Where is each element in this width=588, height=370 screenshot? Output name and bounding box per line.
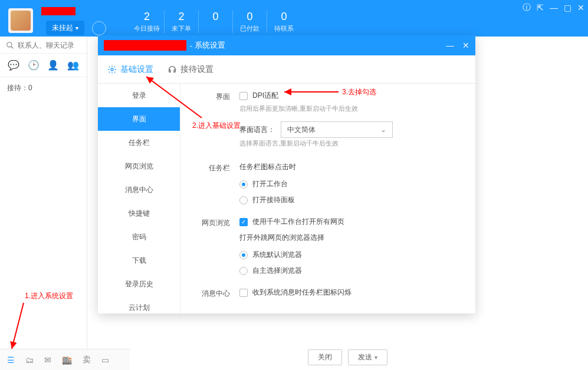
avatar[interactable] — [8, 8, 33, 33]
groups-icon[interactable]: 👥 — [67, 60, 79, 71]
stat-label: 今日接待 — [132, 24, 162, 33]
sidebar-item-login[interactable]: 登录 — [98, 84, 180, 107]
radio-custom-browser[interactable] — [239, 267, 248, 275]
send-button[interactable]: 发送 — [348, 349, 387, 365]
search-box[interactable] — [0, 37, 87, 54]
waiting-count: 接待：0 — [0, 77, 87, 99]
sidebar-item-history[interactable]: 登录历史 — [98, 272, 180, 296]
msg-flash-checkbox[interactable] — [239, 289, 248, 297]
sidebar-item-ui[interactable]: 界面 — [98, 107, 180, 131]
stat-num: 0 — [235, 11, 264, 23]
radio-system-browser[interactable] — [239, 251, 248, 259]
menu-icon[interactable]: ☰ — [7, 355, 15, 365]
section-taskbar-label: 任务栏 — [192, 162, 230, 211]
dialog-titlebar[interactable]: - 系统设置 — ✕ — [98, 35, 475, 55]
header-secondary-controls: ⟳ ⊕ — [557, 34, 582, 47]
close-chat-button[interactable]: 关闭 — [308, 349, 342, 365]
radio-open-reception[interactable] — [239, 196, 248, 204]
stat-cell[interactable]: 2 今日接待 — [130, 11, 164, 33]
stat-num: 0 — [270, 11, 298, 23]
radio-system-browser-label: 系统默认浏览器 — [252, 250, 302, 260]
chat-footer: 关闭 发送 — [308, 349, 387, 365]
dpi-hint: 启用后界面更加清晰,重新启动千牛后生效 — [239, 104, 464, 113]
section-ui-label: 界面 — [192, 91, 230, 156]
sidebar-item-cloud[interactable]: 云计划 — [98, 296, 180, 313]
settings-dialog: - 系统设置 — ✕ 基础设置 接待设置 登录 界面 任务栏 网页浏览 消息中心… — [98, 35, 475, 313]
tab-reception-settings[interactable]: 接待设置 — [167, 64, 213, 75]
sidebar-item-web[interactable]: 网页浏览 — [98, 154, 180, 178]
send-label: 发送 — [358, 352, 372, 362]
sidebar-nav: 💬 🕑 👤 👥 — [0, 54, 87, 77]
dialog-minimize-icon[interactable]: — — [446, 41, 454, 50]
pin-icon[interactable]: ⇱ — [537, 3, 544, 12]
stat-cell[interactable]: 0 — [198, 11, 232, 33]
taskbar-title: 任务栏图标点击时 — [239, 162, 464, 172]
store-icon[interactable]: 🏬 — [62, 355, 72, 365]
chat-icon[interactable]: 💬 — [8, 60, 19, 71]
stat-cell[interactable]: 2 未下单 — [164, 11, 198, 33]
stat-num: 2 — [167, 11, 196, 23]
msg-flash-label: 收到系统消息时任务栏图标闪烁 — [252, 288, 352, 298]
radio-open-reception-label: 打开接待面板 — [252, 195, 295, 205]
dialog-content: 界面 DPI适配 启用后界面更加清晰,重新启动千牛后生效 界面语言： 中文简体 … — [180, 84, 475, 313]
stat-num: 0 — [201, 11, 230, 23]
stat-label: 已付款 — [235, 24, 264, 33]
header-stats: 2 今日接待 2 未下单 0 0 已付款 0 待联系 — [130, 11, 301, 33]
radio-open-workbench[interactable] — [239, 180, 248, 189]
dialog-tabs: 基础设置 接待设置 — [98, 55, 475, 84]
refresh-icon[interactable]: ⟳ — [557, 34, 566, 47]
stat-label: 未下单 — [167, 24, 196, 33]
dialog-close-icon[interactable]: ✕ — [462, 41, 469, 50]
dialog-window-controls: — ✕ — [446, 35, 469, 55]
clock-icon[interactable]: 🕑 — [28, 60, 40, 71]
radio-custom-browser-label: 自主选择浏览器 — [252, 266, 302, 276]
search-input[interactable] — [18, 41, 106, 49]
app-header: 未挂起 2 今日接待 2 未下单 0 0 已付款 0 待联系 ⓘ ⇱ — ▢ ✕ — [0, 0, 588, 37]
mail-icon[interactable]: ✉ — [44, 355, 51, 365]
search-icon — [6, 41, 14, 49]
section-msg-label: 消息中心 — [192, 288, 230, 303]
lang-select[interactable]: 中文简体 — [281, 121, 393, 138]
gear-icon — [107, 65, 117, 74]
header-round-icon[interactable] — [92, 21, 106, 35]
status-dropdown[interactable]: 未挂起 — [46, 21, 84, 35]
dialog-body: 登录 界面 任务栏 网页浏览 消息中心 快捷键 密码 下载 登录历史 云计划 界… — [98, 84, 475, 313]
layout-icon[interactable]: ▭ — [101, 355, 109, 365]
radio-open-workbench-label: 打开工作台 — [252, 179, 288, 189]
dialog-title: 系统设置 — [195, 40, 225, 51]
redacted-product-name — [104, 40, 186, 51]
minimize-icon[interactable]: — — [550, 3, 558, 12]
svg-point-2 — [111, 68, 113, 71]
dialog-sidebar: 登录 界面 任务栏 网页浏览 消息中心 快捷键 密码 下载 登录历史 云计划 — [98, 84, 180, 313]
sidebar-item-download[interactable]: 下载 — [98, 249, 180, 272]
headset-icon — [167, 65, 177, 74]
web-title: 打开外跳网页的浏览器选择 — [239, 233, 464, 243]
sidebar-item-shortcut[interactable]: 快捷键 — [98, 201, 180, 225]
svg-line-1 — [11, 47, 14, 49]
lang-label: 界面语言： — [239, 125, 275, 135]
sidebar-item-msgcenter[interactable]: 消息中心 — [98, 178, 180, 201]
close-icon[interactable]: ✕ — [577, 3, 584, 12]
section-web-label: 网页浏览 — [192, 217, 230, 282]
bottom-toolbar: ☰ 🗂 ✉ 🏬 卖 ▭ — [0, 349, 130, 370]
help-icon[interactable]: ⓘ — [523, 2, 531, 13]
stat-label: 待联系 — [270, 24, 298, 33]
tab-basic-settings[interactable]: 基础设置 — [107, 64, 153, 75]
use-qianniu-label: 使用千牛工作台打开所有网页 — [252, 217, 344, 227]
maximize-icon[interactable]: ▢ — [564, 3, 571, 12]
sidebar-item-password[interactable]: 密码 — [98, 225, 180, 249]
svg-point-0 — [7, 42, 12, 47]
dpi-checkbox[interactable] — [239, 92, 248, 100]
use-qianniu-checkbox[interactable]: ✓ — [239, 218, 248, 226]
dpi-label: DPI适配 — [252, 91, 278, 101]
window-controls: ⓘ ⇱ — ▢ ✕ — [523, 2, 584, 13]
sidebar-item-taskbar[interactable]: 任务栏 — [98, 131, 180, 154]
stat-cell[interactable]: 0 已付款 — [232, 11, 267, 33]
plus-icon[interactable]: ⊕ — [573, 34, 582, 47]
sell-icon[interactable]: 卖 — [83, 355, 91, 365]
contacts-icon[interactable]: 👤 — [47, 60, 59, 71]
lang-value: 中文简体 — [287, 125, 316, 135]
left-sidebar: 💬 🕑 👤 👥 接待：0 — [0, 37, 87, 349]
stat-cell[interactable]: 0 待联系 — [267, 11, 301, 33]
note-icon[interactable]: 🗂 — [25, 355, 34, 365]
